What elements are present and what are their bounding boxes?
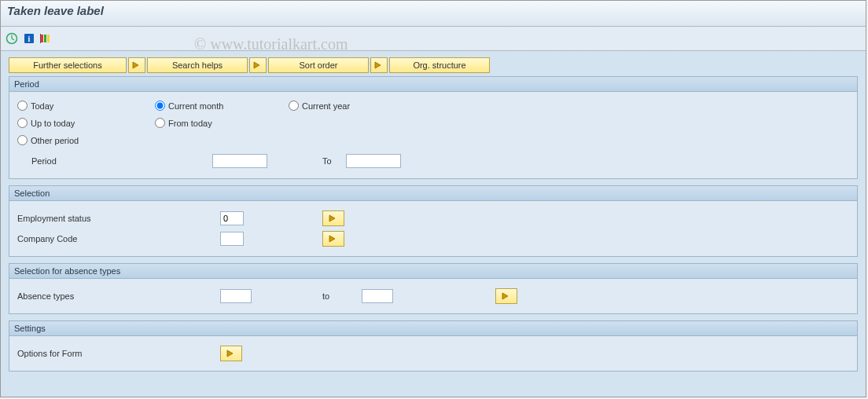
radio-current-year-label: Current year <box>302 101 350 111</box>
company-code-more-button[interactable] <box>322 231 344 247</box>
selection-buttons-row: Further selections Search helps Sort ord… <box>9 57 858 73</box>
radio-current-month[interactable]: Current month <box>155 101 223 111</box>
svg-line-2 <box>12 38 14 40</box>
settings-group-header: Settings <box>9 321 857 336</box>
options-form-button[interactable] <box>220 346 242 361</box>
sort-order-button[interactable]: Sort order <box>268 57 369 73</box>
emp-status-more-button[interactable] <box>322 210 344 226</box>
further-selections-button[interactable]: Further selections <box>9 57 127 73</box>
period-to-label: To <box>322 156 346 166</box>
absence-to-input[interactable] <box>362 289 393 303</box>
period-label: Period <box>17 156 212 166</box>
period-group: Period Today Current month <box>9 76 858 179</box>
svg-rect-6 <box>44 35 46 42</box>
absence-types-group-header: Selection for absence types <box>9 264 857 279</box>
sort-order-arrow[interactable] <box>249 57 267 73</box>
svg-rect-7 <box>47 35 50 42</box>
radio-current-month-label: Current month <box>168 101 223 111</box>
absence-to-label: to <box>322 291 362 301</box>
radio-other-period[interactable]: Other period <box>17 135 79 145</box>
radio-from-today[interactable]: From today <box>155 118 212 128</box>
selection-group-header: Selection <box>9 186 857 201</box>
radio-other-period-label: Other period <box>31 136 79 145</box>
company-code-input[interactable] <box>220 232 244 246</box>
emp-status-input[interactable] <box>220 211 244 225</box>
options-form-label: Options for Form <box>17 349 220 358</box>
org-structure-arrow[interactable] <box>370 57 388 73</box>
period-to-input[interactable] <box>346 154 401 168</box>
variant-icon[interactable] <box>40 32 53 45</box>
selection-group: Selection Employment status Company Code <box>9 185 858 257</box>
svg-rect-8 <box>40 34 41 43</box>
radio-today-label: Today <box>31 101 53 111</box>
absence-types-more-button[interactable] <box>495 288 517 304</box>
svg-text:i: i <box>28 35 31 43</box>
radio-today[interactable]: Today <box>17 101 53 111</box>
svg-rect-5 <box>41 35 43 42</box>
radio-current-year[interactable]: Current year <box>289 101 350 111</box>
search-helps-button[interactable]: Search helps <box>147 57 248 73</box>
execute-icon[interactable] <box>6 32 18 45</box>
absence-types-group: Selection for absence types Absence type… <box>9 263 858 314</box>
period-group-header: Period <box>9 77 857 92</box>
radio-from-today-label: From today <box>168 119 212 128</box>
info-icon[interactable]: i <box>23 32 35 45</box>
radio-up-to-today-label: Up to today <box>31 119 75 128</box>
period-from-input[interactable] <box>212 154 267 168</box>
settings-group: Settings Options for Form <box>9 320 858 372</box>
absence-types-label: Absence types <box>17 291 220 301</box>
main-toolbar: i <box>1 27 866 51</box>
radio-up-to-today[interactable]: Up to today <box>17 118 75 128</box>
company-code-label: Company Code <box>17 234 220 243</box>
org-structure-button[interactable]: Org. structure <box>389 57 490 73</box>
absence-from-input[interactable] <box>220 289 252 303</box>
emp-status-label: Employment status <box>17 214 220 223</box>
page-title: Taken leave label <box>1 1 866 27</box>
search-helps-arrow[interactable] <box>128 57 145 73</box>
